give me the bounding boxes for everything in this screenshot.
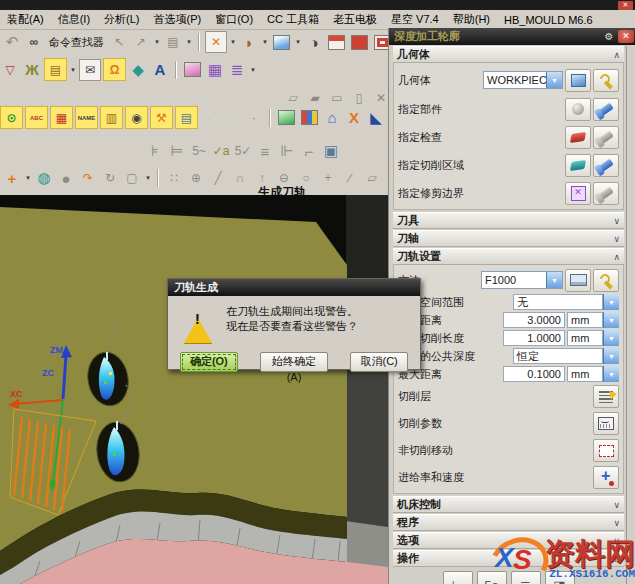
section-cube-filled-icon[interactable] — [351, 35, 368, 50]
simulate-icon[interactable]: 5~ — [189, 141, 209, 161]
command-finder-label[interactable]: 命令查找器 — [46, 32, 107, 52]
cancel-button[interactable]: 取消(C) — [350, 352, 408, 372]
separator[interactable] — [157, 169, 159, 187]
window-x-icon[interactable]: ✕ — [205, 31, 227, 53]
rename-abc-icon[interactable]: ABC — [25, 106, 48, 129]
geometry-select[interactable]: WORKPIECE ▼ — [483, 71, 563, 89]
cut-levels-button[interactable] — [593, 385, 619, 408]
verify-icon[interactable]: ✓a — [211, 141, 231, 161]
select-check-button[interactable] — [565, 126, 591, 149]
replace-face-icon[interactable]: ▭ — [327, 88, 347, 108]
surface-shell-icon[interactable]: ◗ — [239, 32, 259, 52]
menu-item[interactable]: 信息(I) — [51, 12, 97, 27]
box-select-icon[interactable]: ▢ — [122, 168, 142, 188]
shop-doc-icon[interactable]: ≡ — [255, 141, 275, 161]
edit-method-button[interactable] — [593, 269, 619, 292]
select-trim-button[interactable] — [565, 182, 591, 205]
dropdown-caret-icon[interactable]: ▾ — [144, 168, 152, 188]
camera-icon[interactable]: ◉ — [125, 106, 148, 129]
dropdown-caret-icon[interactable]: ▾ — [249, 60, 257, 80]
diamond-icon[interactable]: ◇ — [200, 108, 220, 128]
separator[interactable] — [269, 109, 271, 127]
green-box-icon[interactable] — [278, 110, 295, 125]
globe-icon[interactable]: ◍ — [34, 168, 54, 188]
select-part-button[interactable] — [565, 98, 591, 121]
midpoint-icon[interactable]: ⊕ — [186, 168, 206, 188]
dropdown-caret-icon[interactable]: ▾ — [294, 32, 302, 52]
menu-item[interactable]: 首选项(P) — [147, 12, 209, 27]
dropdown-arrow-icon[interactable]: ▼ — [603, 312, 619, 328]
section-cube-icon[interactable] — [328, 35, 345, 50]
close-icon[interactable]: ✕ — [618, 30, 634, 43]
steep-range-value[interactable]: 无 — [513, 294, 603, 310]
highlight-trim-button[interactable] — [593, 182, 619, 205]
sync-icon[interactable]: ⌐ — [299, 141, 319, 161]
output-icon[interactable]: ▣ — [321, 141, 341, 161]
menu-item[interactable]: 装配(A) — [0, 12, 51, 27]
viewport-3d[interactable]: ZM ZC XC — [0, 195, 388, 584]
power-toggle-icon[interactable]: ⊙ — [0, 106, 23, 129]
dropdown-caret-icon[interactable]: ▾ — [153, 32, 161, 52]
method-select[interactable]: F1000 ▼ — [481, 271, 563, 289]
feeds-speeds-button[interactable] — [593, 466, 619, 489]
mail-icon[interactable]: ✉ — [79, 59, 101, 81]
menu-item[interactable]: 帮助(H) — [446, 12, 497, 27]
menu-item[interactable]: 星空 V7.4 — [384, 12, 446, 27]
dropdown-arrow-icon[interactable]: ▼ — [603, 294, 619, 310]
offset-face-icon[interactable]: ▰ — [305, 88, 325, 108]
name-tag-icon[interactable]: NAME — [75, 106, 98, 129]
machine-sim-icon[interactable]: ⊩ — [277, 141, 297, 161]
show-toolpath-icon[interactable]: ⊧ — [145, 141, 165, 161]
dropdown-caret-icon[interactable]: ▾ — [261, 32, 269, 52]
confirm-toolpath-icon[interactable]: ⊨ — [167, 141, 187, 161]
dialog-titlebar[interactable]: 刀轨生成 — [168, 279, 420, 296]
pink-cube-icon[interactable] — [184, 62, 201, 77]
command-finder-icon[interactable]: ∞ — [24, 32, 44, 52]
dropdown-caret-icon[interactable]: ▾ — [229, 32, 237, 52]
menu-item[interactable]: 窗口(O) — [208, 12, 260, 27]
section-geometry[interactable]: 几何体 ∧ — [393, 46, 624, 63]
ok-button[interactable]: 确定(O) — [180, 352, 238, 372]
document-icon[interactable]: ▤ — [175, 106, 198, 129]
edit-geometry-button[interactable] — [593, 69, 619, 92]
non-cutting-moves-button[interactable] — [593, 439, 619, 462]
dropdown-caret-icon[interactable]: ▾ — [185, 32, 193, 52]
pattern-cross-icon[interactable]: Ж — [22, 60, 42, 80]
burst-icon[interactable]: X — [344, 108, 364, 128]
window-close-icon[interactable]: ✕ — [618, 1, 633, 10]
new-method-button[interactable] — [565, 269, 591, 292]
brush-icon[interactable]: ▥ — [100, 106, 123, 129]
separator[interactable] — [198, 33, 200, 51]
blocks-icon[interactable]: ▦ — [50, 106, 73, 129]
menu-item[interactable]: HB_MOULD M6.6 — [497, 14, 600, 26]
highlight-check-button[interactable] — [593, 126, 619, 149]
hook-arrow-icon[interactable]: ↷ — [78, 168, 98, 188]
select-arrow2-icon[interactable]: ↗ — [131, 32, 151, 52]
patch-surface-icon[interactable]: ◆ — [128, 60, 148, 80]
min-cut-length-input[interactable]: 1.0000 — [503, 330, 565, 346]
dropdown-arrow-icon[interactable]: ▼ — [603, 366, 619, 382]
add-plus-icon[interactable]: + — [2, 168, 22, 188]
color-cube-icon[interactable] — [301, 110, 318, 125]
more-dot-icon[interactable]: · — [244, 108, 264, 128]
menu-item[interactable]: 分析(L) — [97, 12, 146, 27]
bell-icon[interactable]: Ω — [103, 58, 126, 81]
clipboard-icon[interactable]: ▤ — [163, 32, 183, 52]
select-arrow-icon[interactable]: ↖ — [109, 32, 129, 52]
sphere-icon[interactable]: ● — [56, 168, 76, 188]
move-face-icon[interactable]: ▱ — [283, 88, 303, 108]
list-icon[interactable]: ≣ — [227, 60, 247, 80]
common-depth-value[interactable]: 恒定 — [513, 348, 603, 364]
max-distance-input[interactable]: 0.1000 — [503, 366, 565, 382]
face-snap-icon[interactable]: ▱ — [362, 168, 382, 188]
home-model-icon[interactable]: ⌂ — [322, 108, 342, 128]
funnel-icon[interactable]: ▽ — [0, 60, 20, 80]
dropdown-caret-icon[interactable]: ▾ — [24, 168, 32, 188]
highlight-part-button[interactable] — [593, 98, 619, 121]
slash-snap-icon[interactable]: ∕ — [340, 168, 360, 188]
highlight-cut-area-button[interactable] — [593, 154, 619, 177]
separator[interactable] — [175, 61, 177, 79]
section-program[interactable]: 程序 ∨ — [393, 514, 624, 531]
always-ok-button[interactable]: 始终确定(A) — [260, 352, 329, 372]
dropdown-arrow-icon[interactable]: ▼ — [603, 330, 619, 346]
